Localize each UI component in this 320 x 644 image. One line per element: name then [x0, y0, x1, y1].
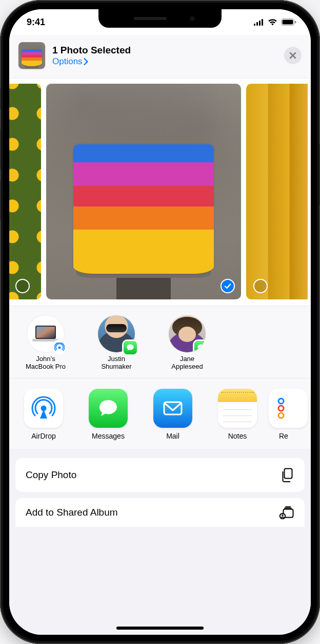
device-frame: 9:41 [0, 0, 320, 644]
share-contact[interactable]: Jane Appleseed [154, 315, 221, 371]
share-app[interactable]: Messages [84, 389, 132, 440]
svg-point-15 [278, 413, 284, 418]
messages-badge-icon [194, 341, 206, 352]
share-sheet-header: 1 Photo Selected Options [9, 35, 311, 79]
svg-point-14 [278, 406, 284, 411]
action-label: Copy Photo [26, 469, 76, 481]
svg-rect-1 [256, 22, 258, 26]
contact-name-line2: Appleseed [171, 363, 203, 371]
volume-down-button [0, 180, 1, 221]
contact-name-line2: MacBook Pro [26, 363, 66, 371]
share-contacts-row[interactable]: John’s MacBook Pro Justin Shumaker [9, 306, 311, 378]
svg-rect-3 [262, 19, 263, 26]
photo-item[interactable] [246, 84, 308, 299]
share-app[interactable]: Mail [149, 389, 197, 440]
share-apps-row[interactable]: AirDrop Messages Mail [9, 378, 311, 450]
status-time: 9:41 [27, 17, 45, 28]
side-button [0, 87, 1, 110]
share-app[interactable]: Re [278, 389, 298, 440]
contact-name-line2: Shumaker [101, 363, 131, 371]
svg-rect-2 [259, 21, 261, 26]
action-add-to-shared-album[interactable]: Add to Shared Album [15, 498, 305, 527]
messages-badge-icon [124, 341, 137, 354]
screen: 9:41 [9, 9, 311, 635]
action-copy-photo[interactable]: Copy Photo [15, 458, 305, 492]
svg-rect-5 [283, 20, 293, 25]
chevron-right-icon [84, 58, 88, 65]
contact-name-line1: Justin [108, 355, 125, 363]
status-icons [254, 18, 296, 26]
notes-icon [218, 389, 257, 428]
shared-album-icon [279, 506, 294, 519]
svg-rect-8 [36, 327, 55, 338]
svg-point-13 [278, 399, 284, 404]
notch [98, 9, 222, 28]
svg-point-18 [280, 514, 285, 519]
action-label: Add to Shared Album [26, 507, 118, 518]
app-label: Messages [92, 432, 125, 440]
avatar [169, 315, 206, 352]
options-label: Options [52, 56, 83, 67]
reminders-icon [269, 389, 308, 428]
avatar [27, 315, 64, 352]
share-app[interactable]: Notes [213, 389, 262, 440]
svg-rect-0 [254, 24, 255, 26]
airdrop-icon [24, 389, 63, 428]
selection-check[interactable] [221, 279, 235, 293]
photo-item[interactable] [46, 84, 241, 299]
app-label: Notes [228, 432, 247, 440]
share-app[interactable]: AirDrop [19, 389, 68, 440]
app-label: AirDrop [31, 432, 55, 440]
app-label: Mail [166, 432, 179, 440]
macbook-icon [31, 324, 60, 344]
selection-circle[interactable] [253, 279, 268, 293]
volume-up-button [0, 128, 1, 169]
wifi-icon [268, 18, 277, 26]
share-contact[interactable]: John’s MacBook Pro [12, 315, 79, 371]
options-button[interactable]: Options [52, 56, 131, 67]
header-text: 1 Photo Selected Options [52, 45, 131, 67]
photo-strip[interactable] [9, 79, 311, 306]
speaker [134, 17, 167, 20]
selection-circle[interactable] [15, 279, 30, 293]
svg-point-10 [58, 347, 61, 349]
photo-item[interactable] [9, 84, 41, 299]
close-icon [289, 52, 296, 59]
mail-icon [153, 389, 192, 428]
copy-icon [280, 467, 294, 483]
contact-name-line1: Jane [180, 355, 194, 363]
svg-rect-6 [295, 21, 296, 24]
home-indicator[interactable] [116, 627, 204, 630]
avatar [98, 315, 135, 352]
selection-title: 1 Photo Selected [52, 45, 131, 56]
share-contact[interactable]: Justin Shumaker [83, 315, 150, 371]
check-icon [224, 282, 232, 290]
airdrop-badge-icon [53, 341, 66, 354]
contact-name-line1: John’s [36, 355, 55, 363]
action-list: Copy Photo Add to Shared Album [9, 450, 311, 635]
svg-rect-9 [32, 339, 59, 342]
battery-icon [281, 18, 296, 26]
front-camera [189, 15, 195, 22]
app-label: Re [279, 432, 288, 440]
selection-thumbnail [18, 42, 45, 69]
svg-point-19 [282, 514, 283, 516]
close-button[interactable] [284, 47, 302, 64]
messages-icon [89, 389, 128, 428]
svg-rect-16 [285, 468, 292, 478]
cellular-icon [254, 19, 264, 26]
